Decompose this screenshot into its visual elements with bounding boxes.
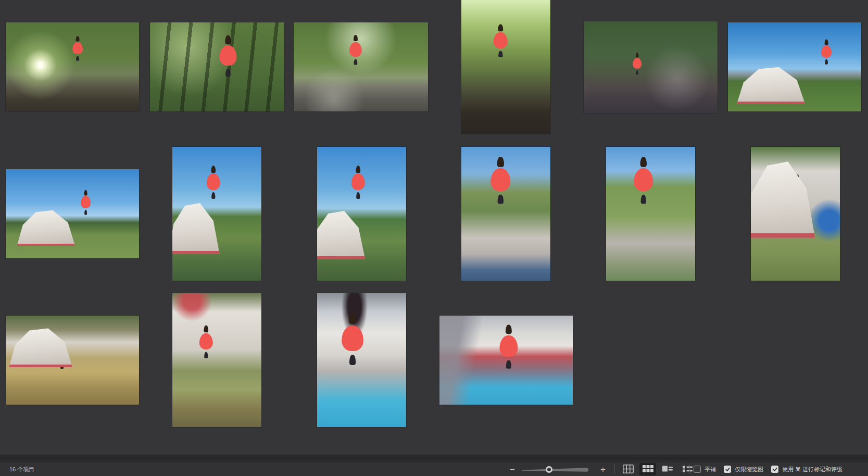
thumbnail-grid [0,0,868,454]
photo-thumbnail-alpine-tent-standing[interactable] [728,22,861,111]
checkbox-label: 平铺 [705,466,716,473]
option-checkbox-2[interactable]: 仅限缩览图 [724,466,763,473]
option-checkbox-1[interactable]: 平铺 [694,466,716,473]
checked-checkbox-icon [724,466,731,473]
zoom-out-button[interactable]: − [508,465,517,474]
options-checkboxes: 平铺仅限缩览图使用 ⌘ 进行标记和评级 [694,462,842,476]
separator-groove [0,457,868,459]
photo-thumbnail-backpack-straps-stretch[interactable] [461,147,550,281]
thumbnail-zoom-controls: − + [508,462,607,476]
photo-thumbnail-tent-interior-reclining[interactable] [439,316,573,405]
checkbox-label: 使用 ⌘ 进行标记和评级 [782,466,842,473]
toolbar-divider [689,465,690,474]
item-count-label: 16 个项目 [9,462,34,476]
thumbnail-details-icon [662,466,673,473]
checked-checkbox-icon [771,466,778,473]
photo-thumbnail-creek-shoe-tying[interactable] [584,21,718,113]
photo-thumbnail-campsite-standing-portrait[interactable] [317,147,406,281]
list-icon [683,466,693,473]
option-checkbox-3[interactable]: 使用 ⌘ 进行标记和评级 [771,466,842,473]
checkbox-label: 仅限缩览图 [735,466,763,473]
unchecked-checkbox-icon [694,466,701,473]
slider-knob[interactable] [546,466,552,473]
view-buttons [620,462,696,476]
photo-browser-window: 16 个项目 − + 平铺仅限缩览图使用 ⌘ 进行标记和评级 [0,0,868,476]
slider-wedge-track [522,466,590,473]
bottom-separator-band [0,454,868,462]
photo-thumbnail-tent-interior-arm-up[interactable] [317,293,406,427]
photo-thumbnail-forest-creek-jump[interactable] [6,22,139,111]
view-grid-outline-button[interactable] [620,463,636,475]
toolbar-divider [614,465,615,474]
photo-thumbnail-sitting-by-tent-bottle[interactable] [751,147,840,281]
status-bar: 16 个项目 − + 平铺仅限缩览图使用 ⌘ 进行标记和评级 [0,462,868,476]
photo-thumbnail-campsite-tent-standing[interactable] [6,169,139,258]
photo-thumbnail-forest-trail-closeup[interactable] [150,22,284,111]
zoom-in-button[interactable]: + [599,465,607,474]
photo-thumbnail-campsite-leg-stretch[interactable] [172,147,261,281]
view-thumbnails-button[interactable] [639,463,656,475]
grid-outline-icon [623,465,634,474]
photo-thumbnail-creek-run-portrait[interactable] [461,0,550,134]
photo-thumbnail-backpack-straps-stretch-2[interactable] [606,147,695,281]
photo-thumbnail-golden-grass-sitting[interactable] [6,316,139,405]
thumbnails-icon [643,465,653,473]
photo-thumbnail-tent-side-sitting[interactable] [172,293,261,427]
thumbnail-size-slider[interactable] [522,465,590,473]
view-thumbnail-details-button[interactable] [659,463,676,475]
photo-thumbnail-creek-crossing-run[interactable] [294,22,428,111]
